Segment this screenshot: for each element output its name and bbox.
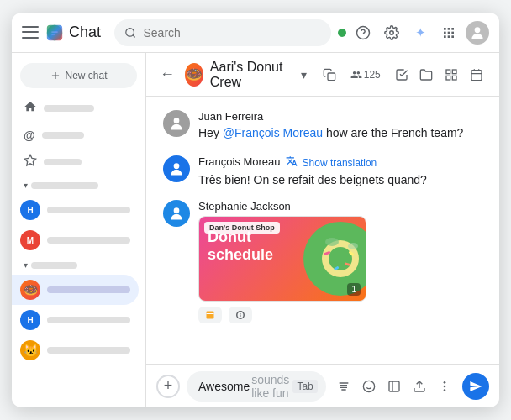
sidebar: New chat @ ▾ <box>12 53 146 407</box>
svg-rect-7 <box>448 28 450 30</box>
copy-to-space-button[interactable] <box>320 63 339 87</box>
svg-point-33 <box>348 243 358 249</box>
chat-avatar-1: H <box>20 200 40 220</box>
input-actions <box>333 375 456 397</box>
send-button[interactable] <box>462 373 489 400</box>
sidebar-item-starred[interactable] <box>12 149 139 176</box>
sidebar-chat-item-1[interactable]: H <box>12 195 139 225</box>
help-button[interactable] <box>351 21 375 45</box>
svg-rect-9 <box>444 31 446 34</box>
emoji-button[interactable] <box>358 375 380 397</box>
attachment-chip-2[interactable] <box>229 307 252 323</box>
top-bar: Chat ✦ <box>12 13 499 53</box>
member-count-button[interactable]: 125 <box>345 67 386 82</box>
sidebar-space-item-donut[interactable]: 🍩 <box>12 275 139 305</box>
calendar-button[interactable] <box>467 63 486 87</box>
svg-point-5 <box>390 30 394 34</box>
input-suggestion-text: sounds like fun <box>251 373 289 400</box>
search-bar[interactable] <box>114 19 331 46</box>
attach-button[interactable] <box>383 375 405 397</box>
svg-rect-10 <box>448 31 450 34</box>
attachment-chip-1[interactable] <box>198 307 222 323</box>
format-text-button[interactable] <box>333 375 355 397</box>
new-chat-button[interactable]: New chat <box>20 63 137 88</box>
tab-hint[interactable]: Tab <box>292 380 317 393</box>
app-title: Chat <box>69 24 101 41</box>
space-avatar-cat: 🐱 <box>20 340 40 360</box>
svg-rect-17 <box>328 73 335 81</box>
direct-messages-section[interactable]: ▾ <box>12 176 145 195</box>
svg-point-40 <box>363 381 374 391</box>
sidebar-item-mentions[interactable]: @ <box>12 122 139 149</box>
svg-rect-19 <box>453 70 457 74</box>
add-icon: + <box>164 377 173 395</box>
svg-point-47 <box>444 385 446 387</box>
svg-rect-20 <box>453 76 457 80</box>
svg-point-15 <box>475 27 481 33</box>
section-label-placeholder <box>31 182 98 189</box>
message-content-1: Juan Ferreira Hey @François Moreau how a… <box>198 110 482 142</box>
mention-link[interactable]: @François Moreau <box>223 126 323 139</box>
space-name-donut <box>47 286 130 293</box>
settings-button[interactable] <box>380 21 403 45</box>
sidebar-item-home[interactable] <box>12 95 139 122</box>
donut-card[interactable]: Donut schedule <box>198 216 366 302</box>
input-bar: + Awesome sounds like fun Tab <box>146 364 499 407</box>
topbar-actions: ✦ <box>338 21 489 45</box>
star-icon <box>24 154 37 171</box>
chat-title-chevron[interactable]: ▾ <box>301 68 307 81</box>
svg-line-2 <box>133 34 135 37</box>
hamburger-menu[interactable] <box>22 24 39 41</box>
back-button[interactable]: ← <box>160 66 175 83</box>
svg-rect-0 <box>47 24 62 39</box>
card-attachments <box>198 307 482 323</box>
main-layout: New chat @ ▾ <box>12 53 499 407</box>
upload-button[interactable] <box>408 375 430 397</box>
chat-avatar-2: M <box>20 230 40 250</box>
files-button[interactable] <box>418 63 436 87</box>
message-text-1: Hey @François Moreau how are the French … <box>198 125 482 142</box>
grid-button[interactable] <box>437 21 461 45</box>
add-button[interactable]: + <box>156 375 180 398</box>
messages-area: Juan Ferreira Hey @François Moreau how a… <box>146 97 499 364</box>
donut-card-image: Donut schedule <box>199 217 366 301</box>
show-translation-link[interactable]: Show translation <box>303 157 377 169</box>
avatar-juan <box>163 110 190 137</box>
tasks-button[interactable] <box>392 63 411 87</box>
svg-rect-22 <box>471 70 482 80</box>
chat-pane: ← 🍩 Aari's Donut Crew ▾ 125 <box>146 53 499 407</box>
space-avatar-h: H <box>20 310 40 330</box>
status-indicator <box>338 29 346 37</box>
message-group-3: Stephanie Jackson Donut schedule <box>163 200 482 323</box>
donut-title-line2: schedule <box>208 246 273 263</box>
sidebar-space-item-h[interactable]: H <box>12 305 139 335</box>
chat-header: ← 🍩 Aari's Donut Crew ▾ 125 <box>146 53 499 97</box>
svg-rect-38 <box>207 311 214 318</box>
message-input[interactable]: Awesome sounds like fun Tab <box>187 371 326 402</box>
message-text-french: Très bien! On se refait des beignets qua… <box>198 173 482 186</box>
spaces-section[interactable]: ▾ <box>12 255 145 275</box>
card-shop-label: Dan's Donut Shop <box>204 222 280 234</box>
new-chat-label: New chat <box>65 70 107 81</box>
svg-point-32 <box>325 238 339 246</box>
svg-point-28 <box>174 207 180 213</box>
translate-icon <box>286 155 298 170</box>
svg-rect-18 <box>446 70 450 74</box>
home-icon <box>24 100 37 117</box>
svg-rect-21 <box>446 76 450 80</box>
card-overlay-badge: 1 <box>347 283 361 296</box>
tasks2-button[interactable] <box>442 63 461 87</box>
nav-label-placeholder <box>44 105 94 112</box>
svg-point-46 <box>444 381 446 384</box>
svg-point-31 <box>329 247 352 270</box>
svg-rect-6 <box>444 28 446 30</box>
sidebar-chat-item-2[interactable]: M <box>12 225 139 255</box>
google-chat-logo <box>45 24 64 42</box>
svg-point-26 <box>174 118 180 123</box>
svg-rect-12 <box>444 35 446 38</box>
more-input-button[interactable] <box>434 375 456 397</box>
sidebar-space-item-cat[interactable]: 🐱 <box>12 335 139 365</box>
spark-button[interactable]: ✦ <box>408 21 432 45</box>
user-avatar[interactable] <box>466 21 489 45</box>
search-input[interactable] <box>144 26 322 39</box>
